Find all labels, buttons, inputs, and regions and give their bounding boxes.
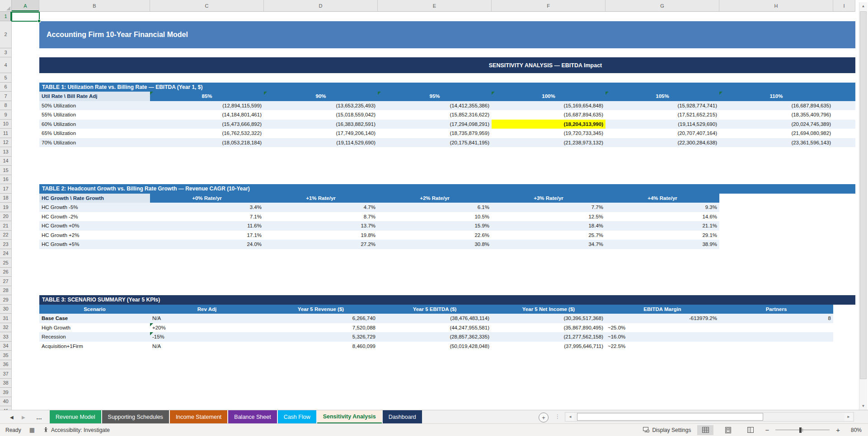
cell-F21[interactable]: 18.4% (492, 221, 605, 231)
row-header-35[interactable]: 35 (0, 351, 12, 360)
cell-B11[interactable]: 65% Utilization (39, 129, 150, 138)
cell-B34[interactable]: Acquisition+1Firm (39, 342, 150, 351)
cell-C31[interactable]: N/A (150, 314, 264, 323)
row-header-16[interactable]: 16 (0, 175, 12, 185)
keyboard-stats-icon[interactable]: ▦ (29, 427, 35, 433)
cell-B8[interactable]: 50% Utilization (39, 101, 150, 111)
table3-col-header-2[interactable]: Year 5 Revenue ($) (264, 305, 378, 314)
table2-corner-label[interactable]: HC Growth \ Rate Growth (39, 194, 150, 203)
zoom-out-button[interactable]: − (765, 426, 769, 434)
table3-col-header-6[interactable]: Partners (719, 305, 833, 314)
row-header-29[interactable]: 29 (0, 295, 12, 305)
sheet-tab-income-statement[interactable]: Income Statement (170, 410, 227, 424)
row-header-1[interactable]: 1 (0, 12, 12, 21)
page-break-preview-button[interactable] (742, 425, 759, 435)
cell-D11[interactable]: (17,749,206,140) (264, 129, 378, 138)
cell-H34[interactable] (719, 342, 833, 351)
row-header-39[interactable]: 39 (0, 388, 12, 397)
row-header-28[interactable]: 28 (0, 286, 12, 296)
cell-C21[interactable]: 11.6% (150, 221, 264, 231)
cell-F9[interactable]: (16,687,894,635) (492, 110, 605, 120)
row-header-3[interactable]: 3 (0, 48, 12, 58)
cell-B31[interactable]: Base Case (39, 314, 150, 323)
table1-col-header-100%[interactable]: 100% (492, 92, 605, 101)
tab-nav-prev-icon[interactable]: ◀ (10, 410, 14, 424)
cell-E20[interactable]: 10.5% (378, 212, 492, 222)
row-header-40[interactable]: 40 (0, 397, 12, 407)
horizontal-scroll-thumb[interactable] (577, 413, 763, 421)
vertical-scrollbar[interactable]: ▲ ▼ (859, 2, 867, 410)
table3-col-header-1[interactable]: Rev Adj (150, 305, 264, 314)
cell-F8[interactable]: (15,169,654,848) (492, 101, 605, 111)
tab-more-sheets[interactable]: … (36, 410, 42, 424)
cell-G21[interactable]: 21.1% (605, 221, 719, 231)
cell-C23[interactable]: 24.0% (150, 240, 264, 249)
cell-F32[interactable]: (35,867,890,495) (492, 323, 605, 333)
cell-F11[interactable]: (19,720,733,345) (492, 129, 605, 138)
normal-view-button[interactable] (697, 425, 713, 435)
cell-E8[interactable]: (14,412,355,386) (378, 101, 492, 111)
cell-H32[interactable] (719, 323, 833, 333)
row-header-10[interactable]: 10 (0, 120, 12, 129)
cell-B23[interactable]: HC Growth +5% (39, 240, 150, 249)
row-header-38[interactable]: 38 (0, 379, 12, 388)
cell-C9[interactable]: (14,184,801,461) (150, 110, 264, 120)
cell-G19[interactable]: 9.3% (605, 203, 719, 212)
cell-G22[interactable]: 29.1% (605, 231, 719, 240)
row-header-8[interactable]: 8 (0, 101, 12, 111)
cell-G8[interactable]: (15,928,774,741) (605, 101, 719, 111)
table1-banner[interactable]: TABLE 1: Utilization Rate vs. Billing Ra… (39, 83, 855, 92)
zoom-slider-thumb[interactable] (799, 427, 802, 433)
cell-D21[interactable]: 13.7% (264, 221, 378, 231)
cell-F19[interactable]: 7.7% (492, 203, 605, 212)
cell-B19[interactable]: HC Growth -5% (39, 203, 150, 212)
cell-D22[interactable]: 19.8% (264, 231, 378, 240)
cell-B9[interactable]: 55% Utilization (39, 110, 150, 120)
cell-D12[interactable]: (19,114,529,690) (264, 138, 378, 148)
row-header-36[interactable]: 36 (0, 360, 12, 370)
cell-G20[interactable]: 14.6% (605, 212, 719, 222)
new-sheet-button[interactable]: + (539, 413, 549, 422)
display-settings-button[interactable]: Display Settings (643, 427, 691, 433)
tab-nav-next-icon[interactable]: ▶ (22, 410, 25, 424)
cell-B21[interactable]: HC Growth +0% (39, 221, 150, 231)
row-header-2[interactable]: 2 (0, 21, 12, 48)
table3-col-header-5[interactable]: EBITDA Margin (605, 305, 719, 314)
cell-E22[interactable]: 22.6% (378, 231, 492, 240)
row-header-7[interactable]: 7 (0, 92, 12, 101)
cell-C12[interactable]: (18,053,218,184) (150, 138, 264, 148)
scroll-up-button[interactable]: ▲ (859, 2, 867, 10)
cell-E19[interactable]: 6.1% (378, 203, 492, 212)
table1-corner-label[interactable]: Util Rate \ Bill Rate Adj (39, 92, 150, 101)
cell-F20[interactable]: 12.5% (492, 212, 605, 222)
table2-banner[interactable]: TABLE 2: Headcount Growth vs. Billing Ra… (39, 184, 855, 194)
cell-D20[interactable]: 8.7% (264, 212, 378, 222)
row-header-5[interactable]: 5 (0, 73, 12, 83)
cell-C10[interactable]: (15,473,666,892) (150, 120, 264, 129)
cell-C22[interactable]: 17.1% (150, 231, 264, 240)
cell-B32[interactable]: High Growth (39, 323, 150, 333)
cell-E23[interactable]: 30.8% (378, 240, 492, 249)
cell-C20[interactable]: 7.1% (150, 212, 264, 222)
section-banner[interactable]: SENSITIVITY ANALYSIS — EBITDA Impact (39, 57, 855, 73)
row-header-17[interactable]: 17 (0, 184, 12, 194)
cell-F34[interactable]: (37,995,646,711) (492, 342, 605, 351)
row-header-18[interactable]: 18 (0, 194, 12, 203)
cell-E9[interactable]: (15,852,316,622) (378, 110, 492, 120)
cell-D9[interactable]: (15,018,559,042) (264, 110, 378, 120)
cell-C19[interactable]: 3.4% (150, 203, 264, 212)
row-header-30[interactable]: 30 (0, 305, 12, 314)
table1-col-header-110%[interactable]: 110% (719, 92, 833, 101)
col-header-B[interactable]: B (39, 0, 150, 12)
row-header-41[interactable]: 41 (0, 406, 12, 410)
table2-col-header-1[interactable]: +1% Rate/yr (264, 194, 378, 203)
col-header-G[interactable]: G (605, 0, 719, 12)
zoom-slider[interactable] (775, 427, 830, 433)
table2-col-header-2[interactable]: +2% Rate/yr (378, 194, 492, 203)
cell-E10[interactable]: (17,294,098,291) (378, 120, 492, 129)
cell-D8[interactable]: (13,653,235,493) (264, 101, 378, 111)
cell-E11[interactable]: (18,735,879,959) (378, 129, 492, 138)
cell-C11[interactable]: (16,762,532,322) (150, 129, 264, 138)
col-header-A[interactable]: A (12, 0, 39, 12)
table1-col-header-85%[interactable]: 85% (150, 92, 264, 101)
